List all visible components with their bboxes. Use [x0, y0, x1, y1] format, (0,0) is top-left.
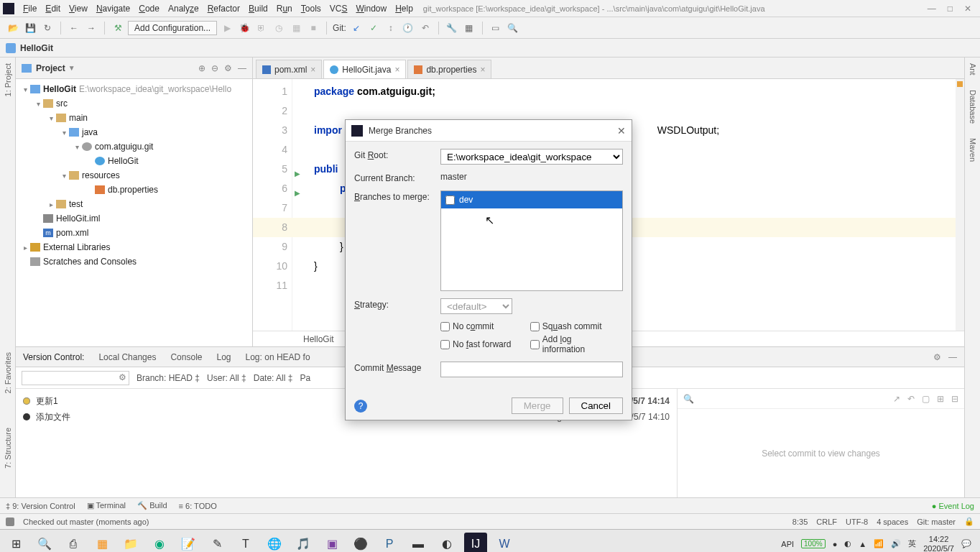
menu-run[interactable]: Run: [272, 2, 297, 15]
coverage-icon[interactable]: ⛨: [254, 21, 269, 35]
back-icon[interactable]: ←: [67, 21, 81, 35]
project-tree[interactable]: ▾HelloGitE:\workspace_idea\git_workspace…: [16, 79, 252, 346]
branch-item-dev[interactable]: dev: [441, 191, 622, 208]
taskview2-icon[interactable]: ⎙: [62, 533, 85, 553]
encoding[interactable]: UTF-8: [846, 518, 868, 526]
menu-code[interactable]: Code: [134, 2, 164, 15]
git-revert-icon[interactable]: ↶: [418, 21, 433, 35]
tree-class[interactable]: HelloGit: [108, 156, 139, 166]
dialog-titlebar[interactable]: Merge Branches ✕: [346, 120, 632, 142]
chrome-icon[interactable]: 🌐: [263, 533, 286, 553]
indent[interactable]: 4 spaces: [877, 518, 908, 526]
tab-hellogit[interactable]: HelloGit.java×: [323, 60, 406, 78]
cherry-pick-icon[interactable]: ↗: [893, 394, 900, 404]
gear-icon[interactable]: ⚙: [119, 372, 126, 382]
maven-rail-label[interactable]: Maven: [969, 138, 977, 162]
menu-vcs[interactable]: VCS: [325, 2, 352, 15]
git-clock-icon[interactable]: 🕐: [401, 21, 415, 35]
close-icon[interactable]: ×: [394, 65, 399, 75]
tree-dbprops[interactable]: db.properties: [108, 185, 158, 195]
tw-version-control[interactable]: ‡ 9: Version Control: [6, 502, 75, 510]
gear-icon[interactable]: ⚙: [933, 352, 941, 362]
menu-analyze[interactable]: Analyze: [164, 2, 203, 15]
project-title[interactable]: Project: [36, 63, 65, 73]
structure-rail-label[interactable]: 7: Structure: [4, 428, 12, 469]
git-root-select[interactable]: E:\workspace_idea\git_workspace: [440, 149, 623, 165]
database-rail-label[interactable]: Database: [969, 90, 977, 124]
project-structure-icon[interactable]: ▦: [462, 21, 476, 35]
help-icon[interactable]: ?: [354, 400, 367, 413]
tray-api[interactable]: API: [781, 540, 794, 548]
breadcrumb-module[interactable]: HelloGit: [20, 43, 53, 53]
tree-java[interactable]: java: [82, 127, 98, 137]
folder-icon[interactable]: ▢: [922, 394, 930, 404]
user-filter[interactable]: User: All ‡: [207, 373, 246, 383]
lock-icon[interactable]: 🔒: [964, 517, 974, 526]
run-icon[interactable]: ▶: [220, 21, 234, 35]
tw-terminal[interactable]: ▣ Terminal: [87, 501, 126, 510]
menu-edit[interactable]: Edit: [41, 2, 65, 15]
menu-view[interactable]: View: [65, 2, 92, 15]
add-configuration-button[interactable]: Add Configuration...: [128, 21, 217, 35]
word-icon[interactable]: W: [493, 533, 516, 553]
favorites-rail-label[interactable]: 2: Favorites: [4, 352, 12, 393]
save-icon[interactable]: 💾: [23, 21, 37, 35]
teamviewer-icon[interactable]: ◉: [148, 533, 171, 553]
stop-icon[interactable]: ■: [306, 21, 320, 35]
notifications-icon[interactable]: 💬: [961, 539, 971, 548]
explorer-icon[interactable]: 📁: [119, 533, 142, 553]
taskview-icon[interactable]: 🔍: [33, 533, 56, 553]
app-icon[interactable]: ▦: [91, 533, 114, 553]
group-icon[interactable]: ⊟: [951, 394, 958, 404]
close-icon[interactable]: ×: [310, 65, 315, 75]
close-icon[interactable]: ✕: [617, 125, 626, 137]
volume-icon[interactable]: 🔊: [891, 539, 901, 548]
no-fast-forward-checkbox[interactable]: No fast forward: [440, 334, 524, 354]
eclipse-icon[interactable]: ◐: [435, 533, 458, 553]
expand-icon[interactable]: ⊞: [937, 394, 944, 404]
date-filter[interactable]: Date: All ‡: [254, 373, 293, 383]
tree-iml[interactable]: HelloGit.iml: [56, 213, 100, 224]
undo-icon[interactable]: ↶: [907, 394, 915, 404]
notepad-icon[interactable]: 📝: [177, 533, 200, 553]
caret-position[interactable]: 8:35: [792, 518, 808, 526]
merge-button[interactable]: Merge: [512, 397, 563, 414]
line-separator[interactable]: CRLF: [816, 518, 837, 526]
start-icon[interactable]: ⊞: [4, 533, 27, 553]
tree-scratch[interactable]: Scratches and Consoles: [43, 257, 137, 267]
path-filter[interactable]: Pa: [300, 373, 310, 383]
menu-window[interactable]: Window: [351, 2, 391, 15]
tray-icon[interactable]: ●: [833, 540, 838, 548]
build-icon[interactable]: ⚒: [111, 21, 125, 35]
vc-tab-local[interactable]: Local Changes: [97, 349, 157, 365]
collapse-icon[interactable]: ⊕: [198, 63, 205, 73]
tab-dbprops[interactable]: db.properties×: [407, 60, 491, 78]
status-icon[interactable]: [6, 518, 14, 526]
profile-icon[interactable]: ◷: [272, 21, 286, 35]
tree-resources[interactable]: resources: [82, 170, 120, 180]
tree-extlib[interactable]: External Libraries: [43, 242, 110, 252]
git-history-icon[interactable]: ↕: [384, 21, 398, 35]
cancel-button[interactable]: Cancel: [569, 397, 624, 414]
squash-commit-checkbox[interactable]: Squash commit: [530, 321, 614, 331]
menu-help[interactable]: Help: [391, 2, 417, 15]
tw-event-log[interactable]: ● Event Log: [932, 502, 974, 510]
tw-build[interactable]: 🔨 Build: [137, 501, 167, 510]
tab-pom[interactable]: pom.xml×: [256, 60, 322, 78]
minimize-icon[interactable]: —: [928, 4, 936, 14]
tree-test[interactable]: test: [69, 199, 83, 209]
search-icon[interactable]: 🔍: [683, 394, 694, 404]
git-commit-icon[interactable]: ✓: [366, 21, 381, 35]
menu-file[interactable]: File: [19, 2, 41, 15]
locate-icon[interactable]: ⊖: [211, 63, 218, 73]
tree-pom[interactable]: pom.xml: [56, 228, 88, 238]
presentation-icon[interactable]: ▭: [489, 21, 503, 35]
vc-tab-log[interactable]: Log: [215, 349, 232, 365]
tw-todo[interactable]: ≡ 6: TODO: [179, 502, 217, 510]
forward-icon[interactable]: →: [84, 21, 98, 35]
no-commit-checkbox[interactable]: No commit: [440, 321, 524, 331]
wifi-icon[interactable]: 📶: [874, 539, 884, 548]
close-icon[interactable]: ×: [480, 65, 485, 75]
vc-tab-log-head[interactable]: Log: on HEAD fo: [244, 349, 312, 365]
vc-tab-console[interactable]: Console: [169, 349, 203, 365]
